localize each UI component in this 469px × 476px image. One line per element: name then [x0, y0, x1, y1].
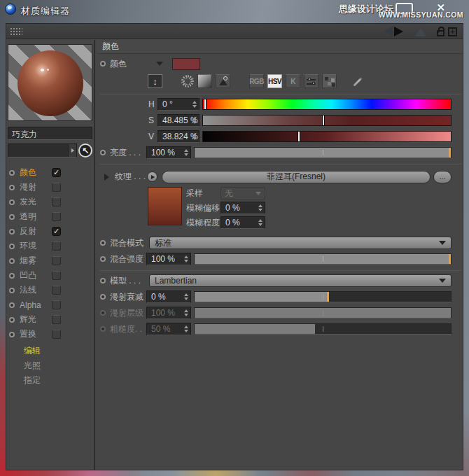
diffuse-falloff-field[interactable]: 0 %	[146, 290, 191, 303]
texture-shader-button[interactable]: 菲涅耳(Fresnel)	[162, 171, 430, 183]
texture-more-button[interactable]: ...	[433, 171, 451, 183]
dropdown-expand-icon[interactable]	[68, 144, 76, 157]
channel-radio[interactable]	[9, 229, 15, 234]
rgb-mode-button[interactable]: RGB	[249, 74, 264, 88]
compact-mode-button[interactable]: ↕	[148, 74, 162, 88]
color-dropdown-icon[interactable]	[156, 62, 163, 66]
model-dropdown[interactable]: Lambertian	[149, 274, 451, 287]
spinner-arrows-icon[interactable]	[192, 116, 197, 125]
channel-label[interactable]: 辉光	[20, 314, 49, 326]
eyedropper-icon[interactable]	[353, 76, 363, 86]
diffuse-falloff-slider[interactable]	[194, 291, 451, 302]
diffuse-falloff-slider-handle[interactable]	[327, 292, 329, 302]
channel-checkbox[interactable]: ✓	[52, 168, 61, 177]
channel-checkbox[interactable]	[52, 315, 61, 324]
channel-checkbox[interactable]	[52, 197, 61, 206]
brightness-slider-handle[interactable]	[449, 148, 451, 158]
channel-label[interactable]: 漫射	[20, 181, 49, 193]
blur-scale-field[interactable]: 0 %	[220, 216, 265, 229]
channel-row[interactable]: 凹凸	[6, 268, 94, 283]
image-picker-icon[interactable]	[216, 74, 230, 88]
brightness-slider[interactable]	[194, 147, 451, 158]
channel-row[interactable]: 透明	[6, 209, 94, 224]
preview-scene-dropdown[interactable]	[8, 144, 77, 158]
pick-material-button[interactable]: ↖	[78, 144, 92, 158]
hue-slider[interactable]	[202, 99, 451, 110]
nav-back-icon[interactable]	[384, 27, 393, 36]
saturation-slider-handle[interactable]	[322, 115, 325, 126]
channel-label[interactable]: 烟雾	[20, 255, 49, 267]
channel-radio[interactable]	[9, 302, 15, 308]
color-wheel-icon[interactable]	[181, 75, 194, 88]
spinner-arrows-icon[interactable]	[184, 255, 188, 263]
value-slider-handle[interactable]	[298, 131, 300, 142]
texture-expand-icon[interactable]	[104, 174, 109, 181]
channel-row[interactable]: 辉光	[6, 312, 94, 327]
mix-mode-dropdown[interactable]: 标准	[149, 237, 451, 249]
channel-row[interactable]: Alpha	[6, 298, 94, 312]
spinner-arrows-icon[interactable]	[258, 204, 262, 212]
hue-slider-handle[interactable]	[204, 99, 206, 110]
channel-radio[interactable]	[9, 332, 15, 337]
channel-row[interactable]: 烟雾	[6, 253, 94, 268]
spinner-arrows-icon[interactable]	[258, 218, 262, 227]
swatches-icon[interactable]	[322, 74, 337, 88]
mix-strength-slider-handle[interactable]	[449, 254, 451, 264]
spinner-arrows-icon[interactable]	[192, 100, 197, 108]
channel-radio[interactable]	[9, 244, 15, 249]
channel-radio[interactable]	[9, 258, 15, 264]
channel-checkbox[interactable]	[52, 183, 61, 192]
nav-up-icon[interactable]	[415, 27, 426, 36]
channel-label[interactable]: 发光	[20, 196, 49, 208]
channel-label[interactable]: 颜色	[20, 167, 49, 178]
channel-checkbox[interactable]	[52, 212, 61, 221]
color-param-radio[interactable]	[100, 61, 106, 66]
value-slider[interactable]	[202, 131, 451, 142]
hue-value-field[interactable]: 0 °	[158, 98, 200, 111]
hsv-mode-button[interactable]: HSV	[267, 74, 282, 88]
value-value-field[interactable]: 38.824 %	[158, 130, 200, 143]
channel-row[interactable]: 置换	[6, 327, 94, 342]
page-tab[interactable]: 指定	[6, 373, 94, 388]
channel-checkbox[interactable]	[52, 300, 61, 309]
new-window-icon[interactable]: +	[448, 27, 457, 36]
brightness-radio[interactable]	[100, 150, 106, 155]
channel-radio[interactable]	[9, 170, 15, 176]
spinner-arrows-icon[interactable]	[192, 132, 197, 141]
channel-row[interactable]: 漫射	[6, 180, 94, 195]
title-bar[interactable]: 材质编辑器 ✕ 思缘设计论坛 WWW.MISSYUAN.COM	[0, 0, 469, 23]
channel-radio[interactable]	[9, 185, 15, 190]
mix-mode-radio[interactable]	[100, 240, 106, 246]
mix-strength-field[interactable]: 100 %	[146, 253, 191, 265]
channel-row[interactable]: 环境	[6, 239, 94, 253]
channel-row[interactable]: 发光	[6, 195, 94, 209]
lock-icon[interactable]	[437, 30, 444, 36]
channel-label[interactable]: 环境	[20, 240, 49, 252]
maximize-button[interactable]	[396, 3, 413, 14]
channel-radio[interactable]	[9, 317, 15, 323]
model-radio[interactable]	[100, 278, 106, 284]
channel-radio[interactable]	[9, 200, 15, 205]
saturation-value-field[interactable]: 48.485 %	[158, 114, 200, 127]
channel-label[interactable]: 透明	[20, 211, 49, 223]
mixer-icon[interactable]	[304, 74, 318, 88]
mix-strength-radio[interactable]	[100, 256, 106, 262]
channel-radio[interactable]	[9, 288, 15, 293]
channel-radio[interactable]	[9, 214, 15, 220]
channel-checkbox[interactable]: ✓	[52, 227, 61, 236]
nav-forward-icon[interactable]	[394, 27, 403, 36]
channel-checkbox[interactable]	[52, 241, 61, 251]
channel-label[interactable]: 法线	[20, 284, 49, 296]
saturation-slider[interactable]	[202, 115, 451, 126]
spinner-arrows-icon[interactable]	[184, 148, 188, 157]
channel-checkbox[interactable]	[52, 330, 61, 339]
brightness-value-field[interactable]: 100 %	[146, 146, 191, 159]
channel-checkbox[interactable]	[52, 271, 61, 280]
close-button[interactable]: ✕	[436, 1, 445, 14]
material-preview[interactable]	[8, 44, 92, 121]
material-name-input[interactable]: 巧克力	[8, 127, 92, 140]
spectrum-icon[interactable]	[197, 74, 212, 88]
channel-label[interactable]: 置换	[20, 328, 49, 340]
diffuse-falloff-radio[interactable]	[100, 294, 106, 300]
texture-preview[interactable]	[148, 187, 182, 225]
